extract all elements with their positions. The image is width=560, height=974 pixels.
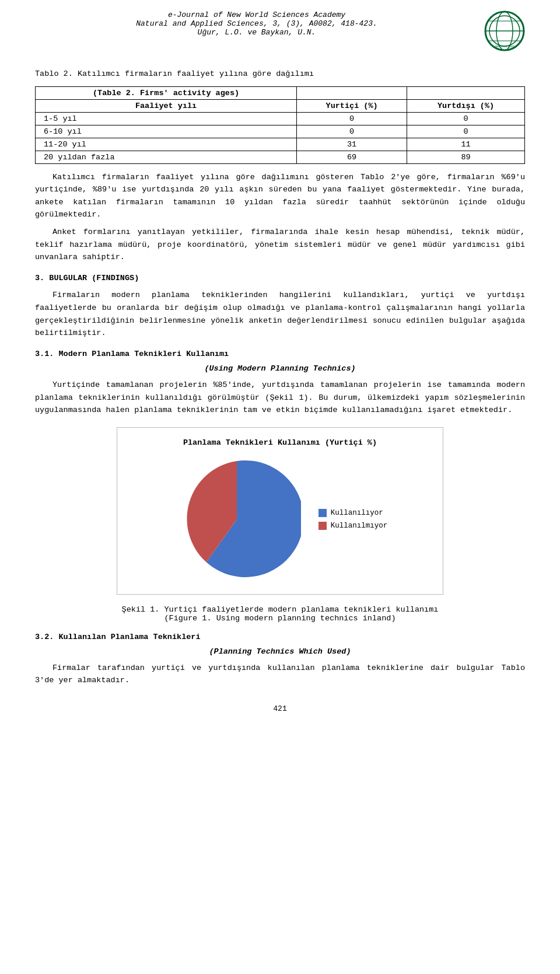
chart-title: Planlama Teknikleri Kullanımı (Yurtiçi %…: [129, 438, 431, 447]
table-row: 11-20 yıl 31 11: [36, 138, 525, 151]
legend-label-unused: Kullanılmıyor: [331, 522, 388, 530]
section32-text: Firmalar tarafından yurtiçi ve yurtdışın…: [35, 662, 525, 687]
figure1-caption: Şekil 1. Yurtiçi faaliyetlerde modern pl…: [35, 605, 525, 623]
table-row: 1-5 yıl 0 0: [36, 112, 525, 125]
header-text: e-Journal of New World Sciences Academy …: [35, 11, 478, 37]
section31-text: Yurtiçinde tamamlanan projelerin %85'ind…: [35, 379, 525, 417]
page-number: 421: [35, 704, 525, 713]
section31-heading: 3.1. Modern Planlama Teknikleri Kullanım…: [35, 348, 525, 361]
table2: (Table 2. Firms' activity ages) Faaliyet…: [35, 86, 525, 164]
svg-text:newwsa.com: newwsa.com: [495, 44, 515, 48]
legend-label-used: Kullanılıyor: [331, 509, 383, 517]
section32-subheading: (Planning Technics Which Used): [35, 645, 525, 658]
journal-logo: newwsa.com: [484, 11, 525, 51]
section3-text: Firmaların modern planlama tekniklerinde…: [35, 289, 525, 339]
chart-legend: Kullanılıyor Kullanılmıyor: [318, 509, 388, 530]
legend-color-used: [318, 509, 327, 517]
table2-col-yurtdisi: Yurtdışı (%): [407, 99, 525, 112]
main-content: Tablo 2. Katılımcı firmaların faaliyet y…: [35, 68, 525, 687]
chart-container: Planlama Teknikleri Kullanımı (Yurtiçi %…: [117, 427, 443, 595]
paragraph2: Anket formlarını yanıtlayan yetkililer, …: [35, 226, 525, 264]
legend-item-unused: Kullanılmıyor: [318, 522, 388, 530]
table-row: 20 yıldan fazla 69 89: [36, 151, 525, 163]
section31-subheading: (Using Modern Planning Technics): [35, 362, 525, 375]
legend-color-unused: [318, 522, 327, 530]
table2-header-col1: (Table 2. Firms' activity ages): [36, 86, 297, 99]
table2-header-col2: [297, 86, 407, 99]
table2-col-yurtici: Yurtiçi (%): [297, 99, 407, 112]
header-line2: Natural and Applied Sciences, 3, (3), A0…: [35, 19, 478, 28]
table2-col-faaliyet: Faaliyet yılı: [36, 99, 297, 112]
section32-heading: 3.2. Kullanılan Planlama Teknikleri: [35, 631, 525, 644]
figure1-caption-line1: Şekil 1. Yurtiçi faaliyetlerde modern pl…: [35, 605, 525, 614]
chart-inner: Kullanılıyor Kullanılmıyor: [129, 455, 431, 584]
header-line3: Uğur, L.O. ve Baykan, U.N.: [35, 28, 478, 37]
section3-heading: 3. BULGULAR (FINDINGS): [35, 272, 525, 285]
table-row: 6-10 yıl 0 0: [36, 125, 525, 138]
pie-chart: [173, 455, 301, 584]
header-line1: e-Journal of New World Sciences Academy: [35, 11, 478, 19]
paragraph1: Katılımcı firmaların faaliyet yılına gör…: [35, 171, 525, 221]
figure1-caption-line2: (Figure 1. Using modern planning technic…: [35, 614, 525, 623]
table2-title: Tablo 2. Katılımcı firmaların faaliyet y…: [35, 68, 525, 81]
legend-item-used: Kullanılıyor: [318, 509, 388, 517]
table2-header-col3: [407, 86, 525, 99]
page-header: e-Journal of New World Sciences Academy …: [35, 0, 525, 57]
